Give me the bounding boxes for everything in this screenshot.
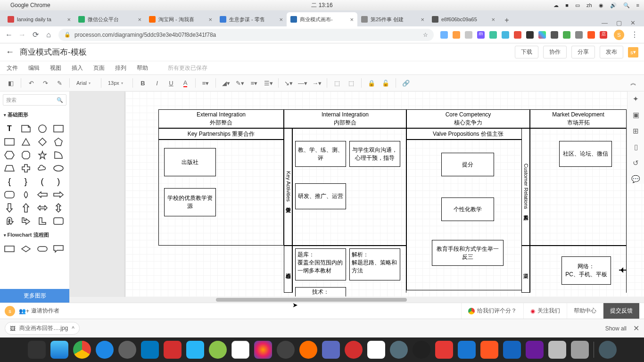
profile-avatar[interactable]: S xyxy=(614,30,624,40)
arrow-button[interactable]: →▾ xyxy=(311,77,323,89)
dock-calendar[interactable] xyxy=(231,341,249,359)
show-all-button[interactable]: Show all xyxy=(605,325,627,332)
sector-shape[interactable] xyxy=(52,149,65,161)
close-window-button[interactable]: ✕ xyxy=(630,19,636,26)
cr-box-1[interactable]: 社区、论坛、微信 xyxy=(559,141,612,167)
lock-button[interactable]: 🔒 xyxy=(365,77,378,89)
decision-shape[interactable] xyxy=(19,243,33,255)
ext-icon[interactable]: 店 xyxy=(600,31,607,39)
dock-vscode[interactable] xyxy=(141,341,159,359)
close-tab-icon[interactable]: × xyxy=(491,16,495,23)
dock-obs[interactable] xyxy=(413,341,430,359)
corner-shape[interactable] xyxy=(19,215,33,227)
kr-side[interactable]: 核心资源 xyxy=(284,246,292,293)
close-tab-icon[interactable]: × xyxy=(208,16,212,23)
octagon-shape[interactable] xyxy=(19,149,33,161)
back-arrow[interactable]: ← xyxy=(6,47,14,57)
rate-button[interactable]: 给我们评个分？ xyxy=(461,303,523,319)
col-core[interactable]: Core Competency核心竞争力 xyxy=(406,109,530,128)
collab-avatar[interactable]: s xyxy=(5,306,15,316)
align-icon[interactable]: ⊞ xyxy=(631,126,641,136)
dock-app4[interactable] xyxy=(277,341,295,359)
line-type-button[interactable]: —▾ xyxy=(297,77,309,89)
menu-help[interactable]: 帮助 xyxy=(137,64,148,72)
font-select[interactable]: Arial▾ xyxy=(74,79,97,87)
close-tab-icon[interactable]: × xyxy=(421,16,424,23)
ext-icon[interactable] xyxy=(587,31,595,39)
browser-tab[interactable]: 淘宝网 - 淘我喜× xyxy=(145,12,216,26)
dock-app6[interactable] xyxy=(322,341,340,359)
format-painter[interactable]: ✎ xyxy=(53,77,66,89)
minimize-button[interactable]: — xyxy=(602,19,608,26)
select-tool[interactable]: ◧ xyxy=(5,77,17,89)
triangle-shape[interactable] xyxy=(19,136,33,148)
camera-icon[interactable]: ■ xyxy=(565,2,569,8)
dock-trash[interactable] xyxy=(571,341,589,359)
front-button[interactable]: ⬚ xyxy=(331,77,343,89)
user-badge[interactable]: s▾ xyxy=(628,47,638,58)
unlock-button[interactable]: 🔓 xyxy=(380,77,392,89)
ext-icon[interactable] xyxy=(489,31,497,39)
help-button[interactable]: 帮助中心 xyxy=(567,303,603,319)
uturn-shape[interactable] xyxy=(3,215,16,227)
kp-box-1[interactable]: 出版社 xyxy=(164,148,216,176)
ka-box-1[interactable]: 教、学、练、测、评 xyxy=(295,141,346,167)
process-shape[interactable] xyxy=(3,243,16,255)
navigator-icon[interactable]: ✦ xyxy=(631,94,641,104)
url-input[interactable]: 🔒 processon.com/diagraming/5ddc93e3e4b07… xyxy=(58,29,434,41)
line-style-button[interactable]: ≡▾ xyxy=(248,77,260,89)
stroke-color-button[interactable]: ✎▾ xyxy=(234,77,246,89)
cloud-shape[interactable] xyxy=(36,163,49,174)
link-button[interactable]: 🔗 xyxy=(400,77,412,89)
ext-icon[interactable] xyxy=(440,31,448,39)
forward-button[interactable]: → xyxy=(16,29,28,41)
search-icon[interactable]: 🔍 xyxy=(623,2,630,8)
dock-settings[interactable] xyxy=(118,341,136,359)
document-title[interactable]: 商业模式画布-模板 xyxy=(20,47,87,58)
reload-button[interactable]: ⟳ xyxy=(29,29,41,41)
col-internal[interactable]: Internal Integration内部整合 xyxy=(284,109,406,128)
cloud-icon[interactable]: ☁ xyxy=(553,2,559,8)
dock-launchpad[interactable] xyxy=(599,341,617,359)
dock-chrome[interactable] xyxy=(73,341,91,359)
maximize-button[interactable]: ▢ xyxy=(616,19,622,26)
download-button[interactable]: 下载 xyxy=(515,46,538,58)
dock-app10[interactable] xyxy=(458,341,476,359)
dock-app13[interactable] xyxy=(548,341,566,359)
col-external[interactable]: External Integration外部整合 xyxy=(158,109,284,128)
new-tab-button[interactable]: + xyxy=(501,14,513,26)
close-tab-icon[interactable]: × xyxy=(350,16,354,23)
dock-app11[interactable] xyxy=(480,341,498,359)
bookmark-star-icon[interactable]: ☆ xyxy=(423,32,428,38)
comment-icon[interactable]: 💬 xyxy=(631,174,641,184)
italic-button[interactable]: I xyxy=(151,77,163,89)
menu-view[interactable]: 视图 xyxy=(50,64,61,72)
undo-button[interactable]: ↶ xyxy=(25,77,37,89)
dock-app9[interactable] xyxy=(390,341,408,359)
invite-collab[interactable]: 👥+ 邀请协作者 xyxy=(19,307,59,315)
dock-app2[interactable] xyxy=(186,341,204,359)
collab-button[interactable]: 协作 xyxy=(543,46,567,58)
brace-l-shape[interactable]: { xyxy=(3,176,16,187)
dock-photos[interactable] xyxy=(254,341,272,359)
h-scrollbar[interactable] xyxy=(70,297,644,303)
publish-button[interactable]: 发布 xyxy=(600,46,623,58)
bold-button[interactable]: B xyxy=(137,77,149,89)
ext-icon[interactable] xyxy=(453,31,460,39)
collapse-right-icon[interactable]: ︽ xyxy=(627,77,639,89)
back-button-z[interactable]: ⬚ xyxy=(345,77,357,89)
dock-app8[interactable] xyxy=(367,341,385,359)
dock-terminal[interactable] xyxy=(28,341,46,359)
ext-icon[interactable] xyxy=(551,31,558,39)
menu-arrange[interactable]: 排列 xyxy=(115,64,126,72)
browser-tab[interactable]: 商业模式画布-× xyxy=(287,12,357,26)
dock-app1[interactable] xyxy=(164,341,182,359)
ext-icon[interactable]: m xyxy=(477,31,485,39)
feedback-button[interactable]: 提交反馈 xyxy=(603,303,639,319)
ext-icon[interactable] xyxy=(514,31,521,39)
bracket-r-shape[interactable]: ) xyxy=(52,176,65,187)
dock-app12[interactable] xyxy=(503,341,521,359)
outline-icon[interactable]: ▣ xyxy=(631,110,641,120)
shape-search[interactable]: 搜索 🔍 xyxy=(3,94,66,106)
wifi-icon[interactable]: ◉ xyxy=(599,2,603,8)
